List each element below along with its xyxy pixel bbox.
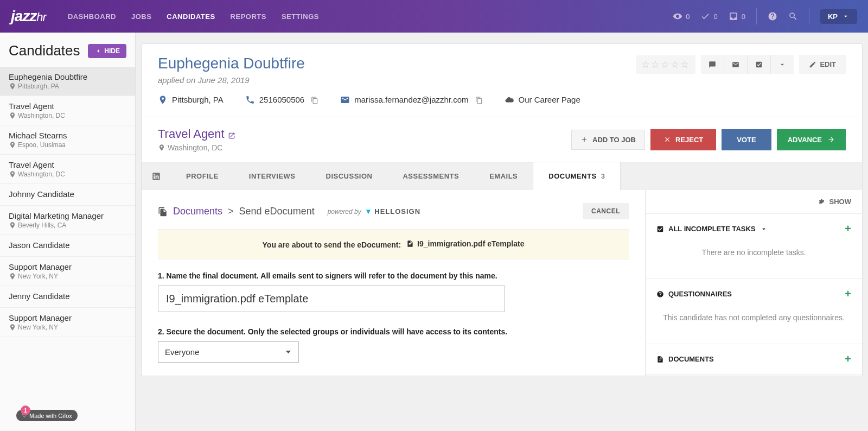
step1-label: 1. Name the final document. All emails s… xyxy=(158,271,629,280)
candidate-email[interactable]: marissa.fernandez@jazzhr.com xyxy=(340,94,482,105)
nav-jobs[interactable]: JOBS xyxy=(131,12,151,21)
advance-button[interactable]: ADVANCE xyxy=(777,129,846,150)
logo: jazzhr xyxy=(11,8,46,25)
sidebar-candidate-item[interactable]: Travel AgentWashington, DC xyxy=(0,96,135,125)
stat-inbox[interactable]: 0 xyxy=(729,11,745,21)
tab-interviews[interactable]: INTERVIEWS xyxy=(234,162,311,190)
rating-stars[interactable]: ☆☆☆☆☆ xyxy=(636,55,695,74)
email-button[interactable] xyxy=(724,55,748,74)
candidate-phone: 2516050506 xyxy=(245,94,318,105)
tab-assessments[interactable]: ASSESSMENTS xyxy=(387,162,474,190)
candidate-name[interactable]: Euphegenia Doubtfire xyxy=(158,55,305,72)
sidebar: Candidates HIDE Euphegenia DoubtfirePitt… xyxy=(0,33,136,431)
questionnaires-empty: This candidate has not completed any que… xyxy=(656,300,851,335)
more-dropdown[interactable] xyxy=(771,55,794,74)
tasks-empty: There are no incomplete tasks. xyxy=(656,235,851,270)
copy-phone-icon[interactable] xyxy=(311,95,318,104)
tab-discussion[interactable]: DISCUSSION xyxy=(311,162,388,190)
breadcrumb-current: Send eDocument xyxy=(239,206,315,217)
sidebar-candidate-item[interactable]: Support ManagerNew York, NY xyxy=(0,308,135,337)
user-menu[interactable]: KP xyxy=(820,9,857,24)
reject-button[interactable]: REJECT xyxy=(650,129,716,150)
sidebar-candidate-item[interactable]: Euphegenia DoubtfirePittsburgh, PA xyxy=(0,67,135,96)
stat-views[interactable]: 0 xyxy=(673,11,690,21)
sidebar-candidate-item[interactable]: Travel AgentWashington, DC xyxy=(0,155,135,184)
tab-profile[interactable]: PROFILE xyxy=(171,162,234,190)
documents-icon xyxy=(158,206,168,217)
documents-title: DOCUMENTS xyxy=(668,355,714,363)
task-button[interactable] xyxy=(748,55,771,74)
breadcrumb-documents[interactable]: Documents xyxy=(173,206,222,217)
tasks-title[interactable]: ALL INCOMPLETE TASKS xyxy=(668,225,756,233)
add-to-job-button[interactable]: ADD TO JOB xyxy=(571,130,645,150)
sidebar-candidate-item[interactable]: Digital Marketing ManagerBeverly Hills, … xyxy=(0,206,135,235)
secure-select[interactable]: Everyone xyxy=(158,341,299,363)
add-questionnaire-button[interactable]: + xyxy=(845,288,851,300)
document-name-input[interactable] xyxy=(158,286,505,312)
vote-button[interactable]: VOTE xyxy=(722,129,771,150)
tab-documents[interactable]: DOCUMENTS 3 xyxy=(533,162,621,190)
applied-date: applied on June 28, 2019 xyxy=(158,75,305,85)
nav-reports[interactable]: REPORTS xyxy=(231,12,266,21)
linkedin-tab[interactable] xyxy=(142,162,171,189)
gifox-badge: 1♡ Made with Gifox xyxy=(16,410,78,421)
edit-button[interactable]: EDIT xyxy=(799,55,846,74)
copy-email-icon[interactable] xyxy=(475,95,483,104)
send-banner: You are about to send the eDocument: I9_… xyxy=(158,229,629,259)
questionnaires-title: QUESTIONNAIRES xyxy=(668,290,732,298)
sidebar-candidate-item[interactable]: Jenny Candidate xyxy=(0,286,135,308)
sidebar-candidate-item[interactable]: Johnny Candidate xyxy=(0,184,135,206)
nav-candidates[interactable]: CANDIDATES xyxy=(167,12,215,21)
hide-sidebar-button[interactable]: HIDE xyxy=(88,44,126,58)
tab-emails[interactable]: EMAILS xyxy=(474,162,533,190)
help-icon[interactable] xyxy=(768,11,777,21)
external-link-icon[interactable] xyxy=(228,131,235,140)
show-toggle[interactable]: SHOW xyxy=(646,190,862,214)
stat-tasks[interactable]: 0 xyxy=(700,11,717,21)
top-nav: jazzhr DASHBOARD JOBS CANDIDATES REPORTS… xyxy=(0,0,868,33)
sidebar-candidate-item[interactable]: Support ManagerNew York, NY xyxy=(0,257,135,286)
comment-button[interactable] xyxy=(701,55,724,74)
job-location: Washington, DC xyxy=(158,143,235,152)
candidate-location: Pittsburgh, PA xyxy=(158,94,224,105)
add-document-button[interactable]: + xyxy=(845,353,851,365)
search-icon[interactable] xyxy=(788,11,798,21)
nav-settings[interactable]: SETTINGS xyxy=(282,12,319,21)
sidebar-candidate-item[interactable]: Michael StearnsEspoo, Uusimaa xyxy=(0,125,135,155)
add-task-button[interactable]: + xyxy=(845,223,851,235)
nav-dashboard[interactable]: DASHBOARD xyxy=(68,12,116,21)
powered-by: powered by ▼HELLOSIGN xyxy=(328,207,420,216)
candidate-source: Our Career Page xyxy=(505,94,580,105)
job-title[interactable]: Travel Agent xyxy=(158,127,225,141)
sidebar-title: Candidates xyxy=(9,42,80,59)
cancel-button[interactable]: CANCEL xyxy=(583,203,629,219)
step2-label: 2. Secure the document. Only the selecte… xyxy=(158,327,629,336)
sidebar-candidate-item[interactable]: Jason Candidate xyxy=(0,235,135,257)
